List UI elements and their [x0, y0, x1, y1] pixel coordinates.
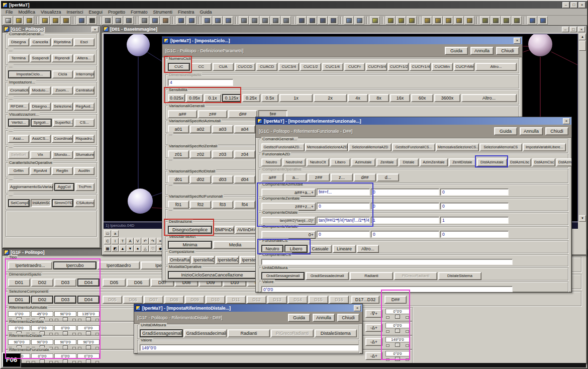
variazionale-funzionale-button[interactable]: f04 [234, 201, 255, 209]
g1c-button[interactable]: Zoom... [52, 86, 73, 95]
close-button[interactable]: × [578, 2, 585, 8]
window-2-icon[interactable] [213, 16, 223, 25]
numero-cicli-button[interactable]: CUCFr1/4 [410, 63, 431, 71]
g1c-button[interactable]: Assi... [8, 135, 29, 143]
g1c-close-button[interactable]: × [91, 27, 99, 32]
g1c-button[interactable]: Esci [74, 38, 95, 46]
componente-azimutale-field[interactable]: 0 [440, 189, 509, 196]
componente-distale-field[interactable]: tan(f##/2*¶/4)*tan(f.../2*¶/4) [317, 217, 370, 224]
componente-button[interactable]: D17...D32 [351, 296, 379, 304]
destinazione-button[interactable]: BMPInD## [213, 226, 234, 234]
zenitale-step-button[interactable]: -Δ+ [365, 324, 382, 332]
cut-icon[interactable] [139, 16, 149, 25]
guida-button[interactable]: Guida [445, 47, 468, 55]
funzionale-cs-button[interactable]: Altro... [357, 245, 379, 253]
composizione-button[interactable]: IperstellaGG [216, 256, 239, 264]
componente-distale-field[interactable]: tan(d##/2)*tan(d.../2)* [261, 217, 316, 225]
window-1-icon[interactable] [202, 16, 212, 25]
image-tool-button[interactable]: T [119, 238, 126, 244]
open-folder-icon[interactable] [14, 16, 24, 25]
g1c-button[interactable]: AggCcl [54, 183, 74, 191]
sensibilita-button[interactable]: 0.05x [186, 94, 203, 102]
componente-distale-field[interactable]: 1 [440, 217, 509, 224]
layout-a-icon[interactable] [239, 16, 249, 25]
g1c-button[interactable]: IniAzimSCD [31, 199, 51, 207]
panel-a-icon[interactable] [297, 16, 307, 25]
azimutale-d-slider[interactable]: 0°0'0 [385, 309, 410, 319]
riferimento-azimutale-slider[interactable]: 90°0'0 [54, 311, 76, 321]
componente-button[interactable]: D15 [309, 296, 328, 304]
save-icon[interactable] [76, 16, 86, 25]
view-cascade-icon[interactable] [186, 16, 197, 25]
funzionale-azd-button[interactable]: Libero [330, 158, 350, 166]
sensibilita-button[interactable]: 8x [369, 94, 389, 102]
velocita-button[interactable]: Media [213, 241, 257, 249]
object-a-icon[interactable] [422, 16, 432, 25]
numero-cicli-button[interactable]: CUACD [256, 63, 277, 71]
g1c-button[interactable]: Cromaticità... [8, 86, 29, 95]
g1c-button[interactable]: Cicla [52, 70, 73, 78]
sensibilita-button[interactable]: 3600x [434, 94, 460, 102]
riferimento-funzionale-slider[interactable]: 0°0'0 [77, 353, 100, 363]
componente-azimutale-field[interactable]: 0 [371, 189, 439, 196]
grid-tools-c-icon[interactable] [407, 16, 417, 25]
distale-unita-button[interactable]: DistaleSistema [315, 329, 357, 337]
menu-item[interactable]: Progetto [106, 10, 128, 15]
componente-operativa-button[interactable]: a## [261, 173, 283, 181]
sensibilita-button[interactable]: 16x [390, 94, 410, 102]
distale-valore-input[interactable]: 149°0'0 [140, 344, 359, 351]
menu-item[interactable]: Finestra [175, 10, 197, 15]
scroll-down-button[interactable]: ▼ [579, 215, 586, 222]
g1c-button[interactable]: Selezione... [52, 103, 73, 111]
componente-operativa-button[interactable]: d... [377, 173, 399, 181]
dimensione-button[interactable]: D06 [127, 279, 150, 287]
composizione-button[interactable]: IperstellaDD [191, 256, 215, 264]
image-tool-button[interactable]: ♠ [134, 245, 141, 252]
componente-zenitale-field[interactable]: 0 [317, 203, 370, 210]
funzionale-azd-button[interactable]: NeutroInd [282, 158, 306, 166]
g1c-button[interactable]: CSAutonomo [74, 199, 95, 207]
g1c-button[interactable]: RFD##... [8, 103, 29, 111]
componente-operativa-button[interactable]: a... [284, 173, 307, 181]
distale-close-button[interactable]: × [354, 305, 361, 311]
viewport-vscrollbar[interactable]: ▲ ▼ [578, 34, 586, 222]
dimensione-button[interactable]: D02 [31, 279, 53, 287]
g1c-button[interactable]: Disegna [8, 38, 29, 46]
numero-cicli-button[interactable]: CUC1/4 [322, 63, 343, 71]
unita-di-misura-button[interactable]: GradiSessadecimali [306, 272, 349, 280]
funzionale-close-button[interactable]: × [563, 118, 570, 124]
layout-c-icon[interactable] [260, 16, 270, 25]
numero-cicli-button[interactable]: CUCFr1/2 [388, 63, 409, 71]
run-a-icon[interactable] [480, 16, 490, 25]
sensibilita-button[interactable]: 0.5x [261, 94, 278, 102]
componente-button[interactable]: D13 [267, 296, 287, 304]
g1c-button[interactable]: Riquadro... [74, 135, 95, 143]
distale-unita-button[interactable]: Radianti [228, 329, 270, 337]
object-e-icon[interactable] [464, 16, 474, 25]
componente-operativa-button[interactable]: z## [308, 173, 330, 181]
image-tool-button[interactable]: I [112, 238, 119, 244]
variazionale-button[interactable]: d## [228, 110, 257, 118]
distale-annulla-button[interactable]: Annulla [313, 314, 335, 322]
panel-b-icon[interactable] [307, 16, 317, 25]
object-b-icon[interactable] [433, 16, 443, 25]
variazionale-button[interactable]: a## [168, 110, 197, 118]
distale-guida-button[interactable]: Guida [288, 314, 310, 322]
g1c-button[interactable]: RpnAnt [30, 167, 51, 175]
frame-a-icon[interactable] [344, 16, 354, 25]
numero-cicli-button[interactable]: CUC3/4 [278, 63, 300, 71]
image-tool-button[interactable]: ▭ [104, 230, 111, 237]
sensibilita-button[interactable]: 60x [411, 94, 433, 102]
menu-item[interactable]: Guida [198, 10, 215, 15]
componente-zenitale-field[interactable]: 0 [440, 203, 509, 210]
distale-step-button[interactable]: -Δ+ [365, 338, 382, 346]
g1c-button[interactable]: Sospendi [30, 54, 51, 62]
componente-azimutale-field[interactable]: f##+f... [317, 189, 370, 196]
variazionale-azimutale-button[interactable]: a03 [212, 125, 233, 133]
tipo-button[interactable]: Ipertetraedro... [8, 261, 52, 269]
g1c-button[interactable]: Centratura... [74, 86, 95, 95]
g1c-button[interactable]: Vix [30, 151, 51, 159]
g1c-button[interactable]: Cancella [30, 38, 51, 46]
image-tool-button[interactable]: ▼ [127, 245, 134, 252]
g1c-button[interactable]: Vertici... [8, 119, 30, 127]
